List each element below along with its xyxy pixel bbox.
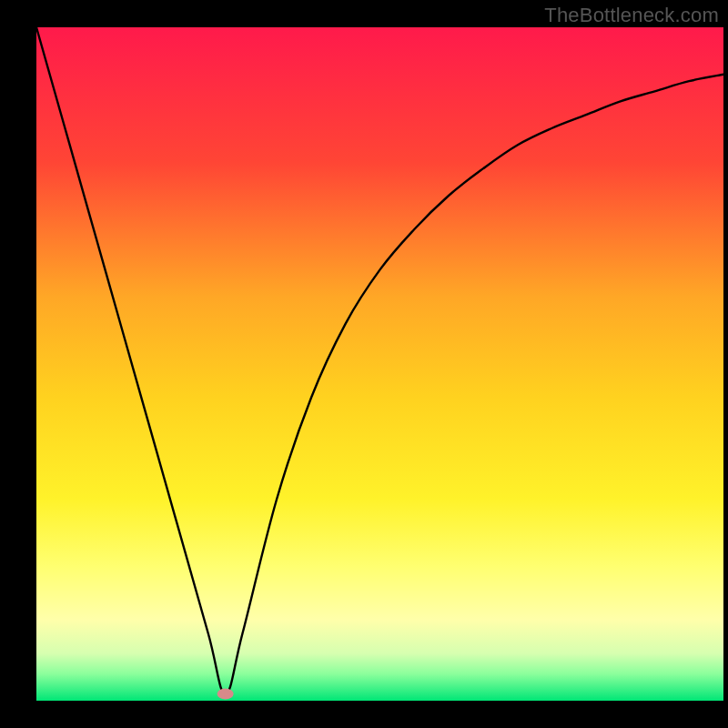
bottleneck-chart: [0, 0, 728, 728]
chart-container: TheBottleneck.com: [0, 0, 728, 728]
optimal-point-marker: [217, 689, 234, 700]
watermark-label: TheBottleneck.com: [544, 4, 719, 27]
plot-background: [36, 27, 723, 701]
